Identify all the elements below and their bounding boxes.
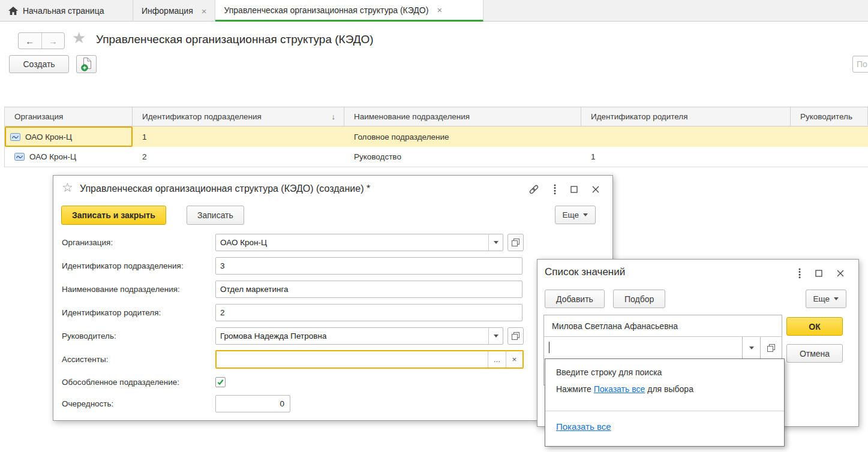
window-title: Список значений <box>545 266 625 278</box>
pick-button[interactable]: Подбор <box>613 290 665 308</box>
org-structure-table: Организация Идентификатор подразделения … <box>4 107 868 167</box>
cancel-button[interactable]: Отмена <box>786 344 843 363</box>
suggest-hint-line2: НажмитеПоказать вседля выбора <box>556 384 693 394</box>
manager-combo[interactable]: Громова Надежда Петровна <box>215 327 503 345</box>
search-placeholder: По <box>857 59 867 69</box>
chevron-down-icon <box>494 241 498 244</box>
column-header-parent-id[interactable]: Идентификатор родителя <box>581 107 791 126</box>
unit-name-input[interactable]: Отдел маркетинга <box>215 281 522 298</box>
tab-close-icon[interactable]: × <box>202 6 207 16</box>
cell-unit-id: 2 <box>133 147 344 167</box>
organization-value: ОАО Крон-Ц <box>216 234 488 251</box>
cell-unit-name: Руководство <box>344 147 581 167</box>
parent-id-input[interactable]: 2 <box>215 304 522 321</box>
selected-cell[interactable]: ОАО Крон-Ц <box>5 126 133 147</box>
forward-arrow-icon: → <box>49 36 58 46</box>
assistants-input[interactable]: ... × <box>215 350 524 369</box>
manager-value: Громова Надежда Петровна <box>216 328 488 344</box>
dropdown-button[interactable] <box>488 234 503 251</box>
save-button[interactable]: Записать <box>187 206 244 225</box>
order-input[interactable]: 0 <box>215 395 290 412</box>
window-title: Управленческая организационная структура… <box>80 183 370 194</box>
dropdown-button[interactable] <box>742 337 760 358</box>
list-edit-row[interactable] <box>544 337 782 358</box>
catalog-item-icon <box>14 153 25 161</box>
back-button[interactable]: ← <box>19 33 42 49</box>
assistants-value <box>217 351 488 367</box>
chevron-down-icon <box>749 346 754 349</box>
open-item-icon <box>512 239 519 246</box>
tab-home[interactable]: Начальная страница <box>0 0 133 22</box>
favorite-star-outline-icon[interactable]: ☆ <box>62 180 73 195</box>
cell-manager <box>791 147 868 167</box>
clear-x-icon: × <box>512 355 517 364</box>
cell-unit-name: Головное подразделение <box>344 126 581 147</box>
field-label-separate-unit: Обособленное подразделение: <box>62 373 179 391</box>
open-item-icon <box>512 332 519 340</box>
field-label-assistants: Ассистенты: <box>62 351 108 368</box>
maximize-icon[interactable] <box>815 270 822 277</box>
save-and-close-button[interactable]: Записать и закрыть <box>61 206 166 225</box>
more-button[interactable]: Еще <box>555 206 596 224</box>
close-icon[interactable] <box>592 186 599 193</box>
table-row[interactable]: ОАО Крон-Ц 2 Руководство 1 <box>5 147 868 167</box>
choose-button[interactable]: ... <box>488 351 506 367</box>
cell-organization-wrap: ОАО Крон-Ц <box>5 147 133 167</box>
organization-combo[interactable]: ОАО Крон-Ц <box>215 234 503 251</box>
add-button[interactable]: Добавить <box>545 290 605 308</box>
forward-button[interactable]: → <box>42 33 65 49</box>
home-icon <box>8 7 18 16</box>
column-header-manager[interactable]: Руководитель <box>791 107 868 126</box>
table-header: Организация Идентификатор подразделения … <box>5 107 868 126</box>
kebab-menu-icon[interactable] <box>554 184 556 195</box>
unit-id-input[interactable]: 3 <box>215 257 522 275</box>
field-label-organization: Организация: <box>62 234 113 251</box>
suggest-hint-line1: Введите строку для поиска <box>556 367 662 377</box>
favorite-star-icon[interactable]: ★ <box>72 29 86 47</box>
cell-unit-id: 1 <box>133 126 344 147</box>
tab-information-label: Информация <box>142 6 193 16</box>
dropdown-button[interactable] <box>488 328 503 344</box>
kebab-menu-icon[interactable] <box>798 268 801 279</box>
tab-org-structure-label: Управленческая организационная структура… <box>224 5 428 15</box>
tab-org-structure[interactable]: Управленческая организационная структура… <box>215 0 483 22</box>
show-all-link[interactable]: Показать все <box>594 384 645 394</box>
field-label-unit-name: Наименование подразделения: <box>62 281 180 298</box>
divider <box>545 411 784 411</box>
column-header-organization[interactable]: Организация <box>5 107 133 126</box>
open-button[interactable] <box>760 337 782 358</box>
page-title: Управленческая организационная структура… <box>96 33 374 46</box>
field-label-manager: Руководитель: <box>62 327 116 345</box>
cell-manager <box>791 126 868 147</box>
checkmark-icon <box>217 378 224 386</box>
list-item[interactable]: Милова Светлана Афанасьевна <box>544 315 782 337</box>
ok-button[interactable]: ОК <box>786 317 843 336</box>
close-icon[interactable] <box>837 270 844 277</box>
field-label-unit-id: Идентификатор подразделения: <box>62 257 184 275</box>
show-all-link[interactable]: Показать все <box>556 421 611 432</box>
search-input[interactable]: По <box>852 56 868 73</box>
create-group-button[interactable] <box>76 55 97 73</box>
get-link-icon[interactable] <box>528 184 539 195</box>
catalog-item-icon <box>10 133 20 141</box>
cell-parent-id <box>581 126 791 147</box>
more-button[interactable]: Еще <box>806 290 846 308</box>
maximize-icon[interactable] <box>570 186 578 193</box>
tab-close-icon[interactable]: × <box>437 5 442 15</box>
table-row[interactable]: ОАО Крон-Ц 1 Головное подразделение <box>5 126 868 147</box>
chevron-down-icon <box>583 213 588 216</box>
cell-organization: ОАО Крон-Ц <box>29 152 76 161</box>
ellipsis-icon: ... <box>494 355 500 364</box>
separate-unit-checkbox[interactable] <box>215 377 226 387</box>
clear-button[interactable]: × <box>506 351 522 367</box>
tab-information[interactable]: Информация × <box>133 0 215 22</box>
open-item-icon <box>767 344 775 352</box>
open-manager-button[interactable] <box>507 327 524 345</box>
column-header-unit-name[interactable]: Наименование подразделения <box>344 107 581 126</box>
column-header-unit-id[interactable]: Идентификатор подразделения ↓ <box>133 107 344 126</box>
chevron-down-icon <box>834 297 839 300</box>
cell-parent-id: 1 <box>581 147 791 167</box>
create-button[interactable]: Создать <box>9 55 69 73</box>
unit-name-value: Отдел маркетинга <box>216 281 522 297</box>
open-organization-button[interactable] <box>507 234 524 251</box>
